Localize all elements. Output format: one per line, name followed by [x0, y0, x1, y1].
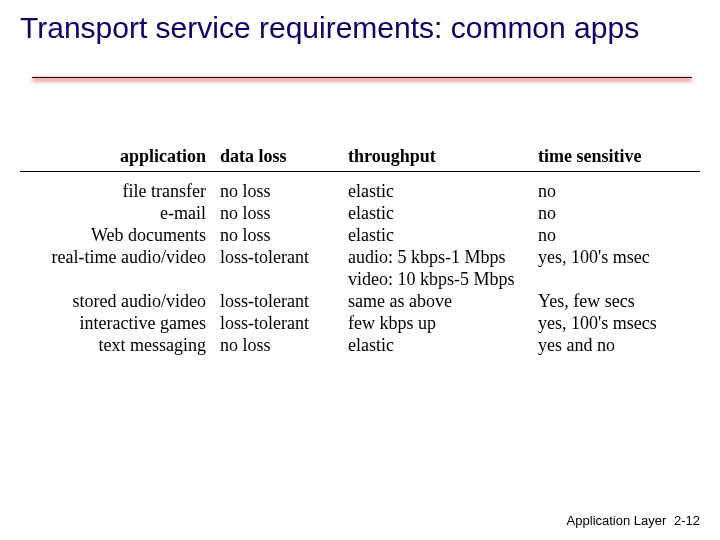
requirements-table: application data loss throughput time se…: [20, 145, 700, 356]
title-underline: [32, 74, 692, 82]
cell-data-loss: loss-tolerant: [216, 290, 344, 312]
cell-application: real-time audio/video: [20, 246, 216, 268]
cell-throughput: elastic: [344, 224, 534, 246]
table-row: file transfer no loss elastic no: [20, 180, 700, 202]
table-header-row: application data loss throughput time se…: [20, 145, 700, 172]
slide-footer: Application Layer 2-12: [567, 513, 700, 528]
cell-throughput: elastic: [344, 202, 534, 224]
table-row: e-mail no loss elastic no: [20, 202, 700, 224]
cell-time-sensitive: [534, 268, 700, 290]
cell-throughput: few kbps up: [344, 312, 534, 334]
table-row: text messaging no loss elastic yes and n…: [20, 334, 700, 356]
cell-time-sensitive: no: [534, 202, 700, 224]
cell-throughput: elastic: [344, 180, 534, 202]
cell-application: text messaging: [20, 334, 216, 356]
cell-time-sensitive: no: [534, 224, 700, 246]
cell-data-loss: loss-tolerant: [216, 312, 344, 334]
cell-time-sensitive: yes and no: [534, 334, 700, 356]
cell-time-sensitive: yes, 100's msecs: [534, 312, 700, 334]
cell-time-sensitive: Yes, few secs: [534, 290, 700, 312]
slide: Transport service requirements: common a…: [0, 0, 720, 540]
cell-application: stored audio/video: [20, 290, 216, 312]
cell-data-loss: no loss: [216, 334, 344, 356]
cell-throughput: video: 10 kbps-5 Mbps: [344, 268, 534, 290]
cell-application: interactive games: [20, 312, 216, 334]
col-header-data-loss: data loss: [216, 145, 344, 167]
cell-throughput: same as above: [344, 290, 534, 312]
cell-time-sensitive: no: [534, 180, 700, 202]
table-row: Web documents no loss elastic no: [20, 224, 700, 246]
cell-throughput: elastic: [344, 334, 534, 356]
cell-application: e-mail: [20, 202, 216, 224]
cell-throughput: audio: 5 kbps-1 Mbps: [344, 246, 534, 268]
cell-data-loss: no loss: [216, 202, 344, 224]
col-header-time-sensitive: time sensitive: [534, 145, 700, 167]
table-row: video: 10 kbps-5 Mbps: [20, 268, 700, 290]
cell-data-loss: no loss: [216, 224, 344, 246]
cell-application: [20, 268, 216, 290]
table-body: file transfer no loss elastic no e-mail …: [20, 180, 700, 356]
col-header-application: application: [20, 145, 216, 167]
table-row: real-time audio/video loss-tolerant audi…: [20, 246, 700, 268]
cell-application: file transfer: [20, 180, 216, 202]
slide-title: Transport service requirements: common a…: [20, 10, 700, 46]
footer-section: Application Layer: [567, 513, 667, 528]
cell-data-loss: loss-tolerant: [216, 246, 344, 268]
table-row: stored audio/video loss-tolerant same as…: [20, 290, 700, 312]
table-row: interactive games loss-tolerant few kbps…: [20, 312, 700, 334]
cell-data-loss: [216, 268, 344, 290]
footer-page-number: 2-12: [674, 513, 700, 528]
cell-application: Web documents: [20, 224, 216, 246]
col-header-throughput: throughput: [344, 145, 534, 167]
cell-data-loss: no loss: [216, 180, 344, 202]
cell-time-sensitive: yes, 100's msec: [534, 246, 700, 268]
